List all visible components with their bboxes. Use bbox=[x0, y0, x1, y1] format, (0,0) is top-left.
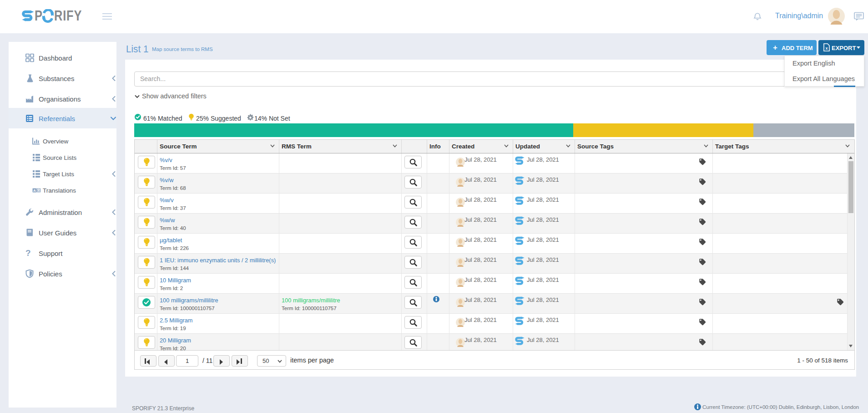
svg-text:x: x bbox=[825, 46, 828, 51]
svg-text:A: A bbox=[33, 189, 36, 193]
